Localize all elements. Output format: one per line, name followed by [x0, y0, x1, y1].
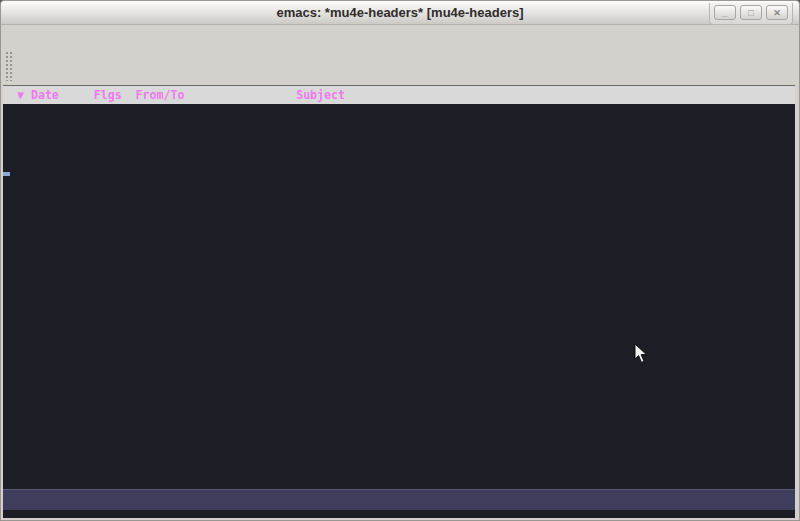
text-area: ▼ Date Flgs From/To Subject: [3, 85, 795, 517]
toolbar-drag-handle[interactable]: [5, 51, 13, 81]
close-button[interactable]: ✕: [766, 5, 788, 20]
fringe-indicator: [3, 172, 10, 176]
headers-buffer: [3, 104, 795, 489]
mouse-cursor: [634, 343, 648, 364]
echo-area[interactable]: [3, 510, 795, 518]
emacs-window: emacs: *mu4e-headers* [mu4e-headers] _□✕…: [0, 0, 800, 521]
window-controls: _□✕: [709, 3, 793, 25]
toolbar: [1, 46, 799, 85]
titlebar[interactable]: emacs: *mu4e-headers* [mu4e-headers] _□✕: [1, 1, 799, 25]
window-title: emacs: *mu4e-headers* [mu4e-headers]: [1, 5, 799, 20]
menu-bar: [1, 26, 799, 46]
minimize-button[interactable]: _: [714, 5, 736, 20]
headers-column-line[interactable]: ▼ Date Flgs From/To Subject: [3, 86, 795, 104]
maximize-button[interactable]: □: [740, 5, 762, 20]
mode-line: [3, 489, 795, 510]
